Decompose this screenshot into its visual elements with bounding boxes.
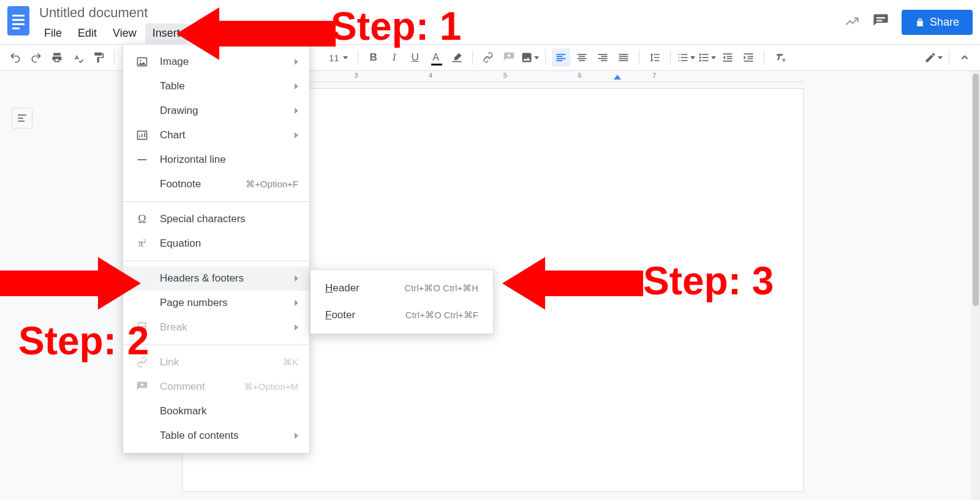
menu-separator [123, 201, 309, 202]
submenu-arrow-icon [295, 300, 298, 306]
svg-rect-38 [18, 118, 23, 119]
menubar: File Edit View Insert Format [37, 23, 238, 43]
menu-item-label: Image [160, 56, 295, 68]
comments-icon[interactable] [872, 13, 889, 32]
hr-icon [134, 154, 150, 166]
insert-item-page-numbers[interactable]: Page numbers [123, 291, 309, 315]
align-right-button[interactable] [594, 48, 612, 67]
submenu-item-label: Header [325, 282, 404, 294]
menu-separator [123, 261, 309, 261]
submenu-arrow-icon [295, 433, 298, 439]
menu-item-label: Link [160, 356, 283, 368]
outline-button[interactable] [12, 108, 32, 129]
insert-item-image[interactable]: Image [123, 50, 309, 74]
spellcheck-button[interactable] [69, 48, 87, 67]
clear-formatting-button[interactable] [771, 48, 789, 67]
line-spacing-button[interactable] [646, 48, 664, 67]
scrollbar-thumb[interactable] [973, 73, 979, 306]
italic-button[interactable]: I [385, 48, 404, 67]
print-button[interactable] [48, 48, 66, 67]
activity-icon[interactable] [844, 13, 860, 32]
menu-item-label: Footnote [160, 178, 246, 190]
insert-item-table-of-contents[interactable]: Table of contents [123, 424, 309, 448]
vertical-scrollbar[interactable] [971, 71, 980, 500]
insert-item-horizontal-line[interactable]: Horizontal line [123, 147, 309, 172]
bold-button[interactable]: B [364, 48, 383, 67]
insert-item-footnote[interactable]: Footnote⌘+Option+F [123, 172, 309, 196]
svg-rect-14 [579, 60, 585, 61]
svg-rect-21 [619, 58, 628, 59]
svg-rect-39 [18, 121, 24, 122]
svg-rect-30 [726, 56, 732, 58]
svg-rect-10 [556, 60, 562, 61]
comment-icon [134, 381, 150, 393]
menu-item-label: Break [160, 321, 295, 334]
ruler-tick: 4 [429, 72, 432, 79]
underline-button[interactable]: U [406, 48, 424, 67]
docs-logo[interactable] [5, 4, 32, 38]
svg-rect-11 [577, 54, 586, 55]
align-center-button[interactable] [573, 48, 591, 67]
svg-rect-15 [598, 54, 607, 55]
insert-item-special-characters[interactable]: ΩSpecial characters [123, 207, 309, 231]
svg-rect-6 [876, 20, 882, 21]
menu-item-shortcut: ⌘+Option+F [246, 179, 298, 190]
paint-format-button[interactable] [89, 48, 108, 67]
highlight-button[interactable] [448, 48, 466, 67]
numbered-list-button[interactable] [677, 48, 695, 67]
submenu-item-shortcut: Ctrl+⌘O Ctrl+⌘F [405, 310, 478, 321]
svg-rect-4 [12, 28, 20, 29]
svg-rect-1 [12, 15, 24, 17]
insert-item-chart[interactable]: Chart [123, 123, 309, 147]
svg-rect-36 [744, 61, 753, 62]
menu-item-label: Comment [160, 381, 244, 393]
collapse-button[interactable] [956, 48, 974, 67]
image-button[interactable] [521, 48, 539, 67]
insert-item-table[interactable]: Table [123, 74, 309, 99]
insert-item-drawing[interactable]: Drawing [123, 99, 309, 123]
right-margin-marker[interactable] [614, 75, 621, 80]
svg-rect-18 [601, 60, 607, 61]
svg-rect-3 [12, 23, 24, 25]
menu-insert[interactable]: Insert [145, 23, 187, 43]
submenu-item-shortcut: Ctrl+⌘O Ctrl+⌘H [404, 283, 478, 294]
text-color-button[interactable]: A [427, 48, 445, 67]
insert-item-headers-footers[interactable]: Headers & footers [123, 266, 309, 291]
redo-button[interactable] [27, 48, 45, 67]
menu-view[interactable]: View [105, 23, 144, 43]
caret-down-icon [938, 56, 943, 59]
svg-rect-31 [726, 58, 732, 59]
menu-item-label: Table [160, 80, 295, 92]
insert-item-equation[interactable]: π2Equation [123, 231, 309, 256]
menu-edit[interactable]: Edit [70, 23, 104, 43]
align-left-button[interactable] [552, 48, 570, 67]
svg-rect-33 [744, 53, 753, 54]
editing-mode-button[interactable] [924, 48, 943, 67]
share-button[interactable]: Share [902, 10, 973, 35]
decrease-indent-button[interactable] [718, 48, 737, 67]
increase-indent-button[interactable] [739, 48, 758, 67]
svg-rect-2 [12, 19, 24, 21]
link-button[interactable] [479, 48, 497, 67]
svg-rect-37 [18, 114, 26, 116]
submenu-arrow-icon [295, 108, 298, 114]
undo-button[interactable] [6, 48, 24, 67]
menu-item-label: Horizontal line [160, 154, 298, 166]
document-title[interactable]: Untitled document [37, 4, 238, 22]
svg-rect-28 [702, 60, 708, 61]
insert-item-bookmark[interactable]: Bookmark [123, 399, 309, 424]
svg-rect-17 [598, 58, 607, 59]
svg-rect-20 [619, 56, 628, 58]
submenu-item-header[interactable]: HeaderCtrl+⌘O Ctrl+⌘H [311, 275, 493, 302]
comment-button[interactable] [500, 48, 518, 67]
menu-file[interactable]: File [37, 23, 69, 43]
font-size-combo[interactable]: 11 [313, 53, 352, 63]
bulleted-list-button[interactable] [698, 48, 716, 67]
menu-separator [123, 345, 309, 345]
align-justify-button[interactable] [614, 48, 633, 67]
submenu-arrow-icon [295, 83, 298, 89]
submenu-item-footer[interactable]: FooterCtrl+⌘O Ctrl+⌘F [311, 302, 493, 329]
svg-rect-27 [702, 57, 708, 58]
svg-rect-48 [138, 329, 146, 332]
menu-item-label: Special characters [160, 213, 298, 225]
